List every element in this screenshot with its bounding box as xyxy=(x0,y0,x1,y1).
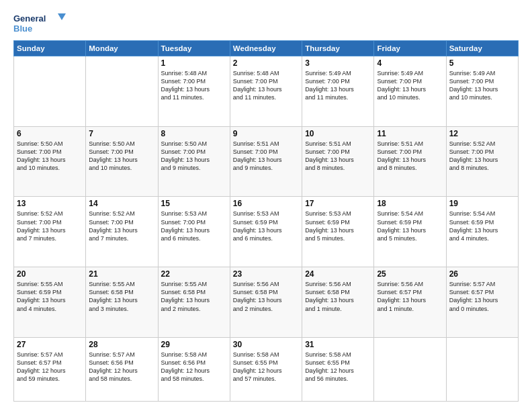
weekday-header-sunday: Sunday xyxy=(14,41,86,56)
cell-text: Sunrise: 5:50 AMSunset: 7:00 PMDaylight:… xyxy=(17,140,83,173)
calendar-cell: 7Sunrise: 5:50 AMSunset: 7:00 PMDaylight… xyxy=(86,126,158,197)
day-number: 5 xyxy=(449,58,515,68)
calendar-cell xyxy=(374,337,446,401)
cell-text: Sunrise: 5:51 AMSunset: 7:00 PMDaylight:… xyxy=(233,140,299,173)
svg-marker-2 xyxy=(58,13,66,20)
cell-text: Sunrise: 5:48 AMSunset: 7:00 PMDaylight:… xyxy=(233,69,299,102)
cell-text: Sunrise: 5:49 AMSunset: 7:00 PMDaylight:… xyxy=(377,69,443,102)
calendar-row: 27Sunrise: 5:57 AMSunset: 6:57 PMDayligh… xyxy=(14,337,519,401)
day-number: 25 xyxy=(377,269,443,279)
day-number: 8 xyxy=(161,129,227,138)
calendar-cell: 13Sunrise: 5:52 AMSunset: 7:00 PMDayligh… xyxy=(14,197,86,267)
calendar-cell xyxy=(14,56,86,127)
cell-text: Sunrise: 5:53 AMSunset: 6:59 PMDaylight:… xyxy=(305,210,371,242)
day-number: 1 xyxy=(161,58,227,68)
calendar-cell: 14Sunrise: 5:52 AMSunset: 7:00 PMDayligh… xyxy=(86,197,158,267)
cell-text: Sunrise: 5:58 AMSunset: 6:55 PMDaylight:… xyxy=(233,351,299,383)
day-number: 13 xyxy=(17,199,83,208)
day-number: 31 xyxy=(305,340,371,349)
calendar-cell: 10Sunrise: 5:51 AMSunset: 7:00 PMDayligh… xyxy=(302,126,374,197)
svg-text:General: General xyxy=(13,13,46,24)
calendar-cell: 24Sunrise: 5:56 AMSunset: 6:58 PMDayligh… xyxy=(302,267,374,338)
cell-text: Sunrise: 5:57 AMSunset: 6:56 PMDaylight:… xyxy=(89,351,154,383)
cell-text: Sunrise: 5:52 AMSunset: 7:00 PMDaylight:… xyxy=(17,210,83,242)
cell-text: Sunrise: 5:57 AMSunset: 6:57 PMDaylight:… xyxy=(449,280,515,313)
cell-text: Sunrise: 5:53 AMSunset: 7:00 PMDaylight:… xyxy=(161,210,227,242)
day-number: 22 xyxy=(161,269,227,279)
weekday-header-saturday: Saturday xyxy=(446,41,518,56)
day-number: 12 xyxy=(449,129,515,138)
calendar-cell: 2Sunrise: 5:48 AMSunset: 7:00 PMDaylight… xyxy=(230,56,302,127)
cell-text: Sunrise: 5:52 AMSunset: 7:00 PMDaylight:… xyxy=(449,140,515,173)
cell-text: Sunrise: 5:54 AMSunset: 6:59 PMDaylight:… xyxy=(449,210,515,242)
weekday-header-friday: Friday xyxy=(374,41,446,56)
calendar-cell: 23Sunrise: 5:56 AMSunset: 6:58 PMDayligh… xyxy=(230,267,302,338)
calendar-cell: 15Sunrise: 5:53 AMSunset: 7:00 PMDayligh… xyxy=(158,197,230,267)
cell-text: Sunrise: 5:55 AMSunset: 6:58 PMDaylight:… xyxy=(89,280,154,313)
calendar-table: SundayMondayTuesdayWednesdayThursdayFrid… xyxy=(13,40,519,402)
cell-text: Sunrise: 5:56 AMSunset: 6:57 PMDaylight:… xyxy=(377,280,443,313)
cell-text: Sunrise: 5:53 AMSunset: 6:59 PMDaylight:… xyxy=(233,210,299,242)
day-number: 9 xyxy=(233,129,299,138)
calendar-cell: 18Sunrise: 5:54 AMSunset: 6:59 PMDayligh… xyxy=(374,197,446,267)
calendar-cell: 12Sunrise: 5:52 AMSunset: 7:00 PMDayligh… xyxy=(446,126,518,197)
calendar-cell: 29Sunrise: 5:58 AMSunset: 6:56 PMDayligh… xyxy=(158,337,230,401)
calendar-cell xyxy=(446,337,518,401)
calendar-cell: 31Sunrise: 5:58 AMSunset: 6:55 PMDayligh… xyxy=(302,337,374,401)
day-number: 14 xyxy=(89,199,154,208)
calendar-row: 1Sunrise: 5:48 AMSunset: 7:00 PMDaylight… xyxy=(14,56,519,127)
weekday-header-tuesday: Tuesday xyxy=(158,41,230,56)
calendar-cell: 5Sunrise: 5:49 AMSunset: 7:00 PMDaylight… xyxy=(446,56,518,127)
calendar-cell: 25Sunrise: 5:56 AMSunset: 6:57 PMDayligh… xyxy=(374,267,446,338)
calendar-cell: 3Sunrise: 5:49 AMSunset: 7:00 PMDaylight… xyxy=(302,56,374,127)
cell-text: Sunrise: 5:51 AMSunset: 7:00 PMDaylight:… xyxy=(377,140,443,173)
calendar-cell: 28Sunrise: 5:57 AMSunset: 6:56 PMDayligh… xyxy=(86,337,158,401)
cell-text: Sunrise: 5:55 AMSunset: 6:58 PMDaylight:… xyxy=(161,280,227,313)
cell-text: Sunrise: 5:50 AMSunset: 7:00 PMDaylight:… xyxy=(161,140,227,173)
day-number: 16 xyxy=(233,199,299,208)
cell-text: Sunrise: 5:55 AMSunset: 6:59 PMDaylight:… xyxy=(17,280,83,313)
day-number: 20 xyxy=(17,269,83,279)
calendar-cell: 4Sunrise: 5:49 AMSunset: 7:00 PMDaylight… xyxy=(374,56,446,127)
cell-text: Sunrise: 5:48 AMSunset: 7:00 PMDaylight:… xyxy=(161,69,227,102)
day-number: 11 xyxy=(377,129,443,138)
logo: General Blue xyxy=(13,12,70,35)
cell-text: Sunrise: 5:54 AMSunset: 6:59 PMDaylight:… xyxy=(377,210,443,242)
page-header: General Blue xyxy=(13,12,519,35)
calendar-cell: 26Sunrise: 5:57 AMSunset: 6:57 PMDayligh… xyxy=(446,267,518,338)
day-number: 3 xyxy=(305,58,371,68)
calendar-cell: 1Sunrise: 5:48 AMSunset: 7:00 PMDaylight… xyxy=(158,56,230,127)
day-number: 27 xyxy=(17,340,83,349)
day-number: 29 xyxy=(161,340,227,349)
calendar-cell: 21Sunrise: 5:55 AMSunset: 6:58 PMDayligh… xyxy=(86,267,158,338)
cell-text: Sunrise: 5:52 AMSunset: 7:00 PMDaylight:… xyxy=(89,210,154,242)
calendar-cell: 30Sunrise: 5:58 AMSunset: 6:55 PMDayligh… xyxy=(230,337,302,401)
day-number: 18 xyxy=(377,199,443,208)
day-number: 21 xyxy=(89,269,154,279)
day-number: 10 xyxy=(305,129,371,138)
calendar-cell: 6Sunrise: 5:50 AMSunset: 7:00 PMDaylight… xyxy=(14,126,86,197)
day-number: 26 xyxy=(449,269,515,279)
calendar-cell: 20Sunrise: 5:55 AMSunset: 6:59 PMDayligh… xyxy=(14,267,86,338)
day-number: 30 xyxy=(233,340,299,349)
calendar-row: 20Sunrise: 5:55 AMSunset: 6:59 PMDayligh… xyxy=(14,267,519,338)
calendar-cell: 9Sunrise: 5:51 AMSunset: 7:00 PMDaylight… xyxy=(230,126,302,197)
weekday-header-row: SundayMondayTuesdayWednesdayThursdayFrid… xyxy=(14,41,519,56)
calendar-cell: 27Sunrise: 5:57 AMSunset: 6:57 PMDayligh… xyxy=(14,337,86,401)
cell-text: Sunrise: 5:58 AMSunset: 6:56 PMDaylight:… xyxy=(161,351,227,383)
day-number: 24 xyxy=(305,269,371,279)
weekday-header-thursday: Thursday xyxy=(302,41,374,56)
calendar-row: 13Sunrise: 5:52 AMSunset: 7:00 PMDayligh… xyxy=(14,197,519,267)
day-number: 17 xyxy=(305,199,371,208)
cell-text: Sunrise: 5:50 AMSunset: 7:00 PMDaylight:… xyxy=(89,140,154,173)
calendar-cell: 8Sunrise: 5:50 AMSunset: 7:00 PMDaylight… xyxy=(158,126,230,197)
cell-text: Sunrise: 5:57 AMSunset: 6:57 PMDaylight:… xyxy=(17,351,83,383)
cell-text: Sunrise: 5:51 AMSunset: 7:00 PMDaylight:… xyxy=(305,140,371,173)
calendar-cell xyxy=(86,56,158,127)
day-number: 28 xyxy=(89,340,154,349)
calendar-cell: 11Sunrise: 5:51 AMSunset: 7:00 PMDayligh… xyxy=(374,126,446,197)
day-number: 19 xyxy=(449,199,515,208)
calendar-cell: 22Sunrise: 5:55 AMSunset: 6:58 PMDayligh… xyxy=(158,267,230,338)
weekday-header-wednesday: Wednesday xyxy=(230,41,302,56)
day-number: 6 xyxy=(17,129,83,138)
